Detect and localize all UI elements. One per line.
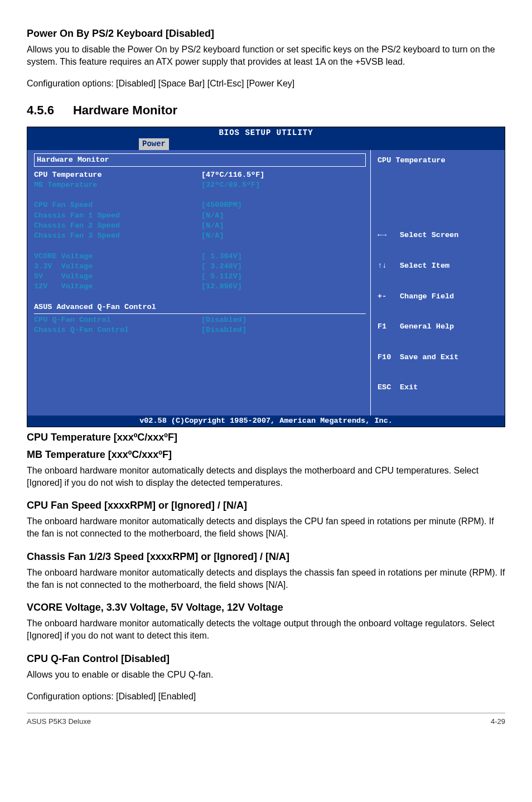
- heading-chassis-fan-speed: Chassis Fan 1/2/3 Speed [xxxxRPM] or [Ig…: [27, 550, 505, 563]
- tab-power[interactable]: Power: [139, 138, 169, 150]
- bios-row-mb-temp[interactable]: MB Temperature[32ºC/89.5ºF]: [34, 180, 366, 190]
- bios-screenshot: BIOS SETUP UTILITY Power Hardware Monito…: [27, 127, 505, 428]
- arrow-left-right-icon: [378, 230, 400, 240]
- bios-row-3v3[interactable]: 3.3V Voltage[ 3.248V]: [34, 262, 366, 272]
- arrow-up-down-icon: [378, 261, 400, 271]
- bios-row-cpu-qfan[interactable]: CPU Q-Fan Control[Disabled]: [34, 315, 366, 325]
- paragraph: Allows you to enable or disable the CPU …: [27, 669, 505, 681]
- paragraph: The onboard hardware monitor automatical…: [27, 465, 505, 489]
- footer-page-number: 4-29: [491, 717, 505, 727]
- heading-mb-temp: MB Temperature [xxxºC/xxxºF]: [27, 448, 505, 461]
- bios-row-5v[interactable]: 5V Voltage[ 5.112V]: [34, 272, 366, 282]
- heading-voltages: VCORE Voltage, 3.3V Voltage, 5V Voltage,…: [27, 601, 505, 614]
- bios-panel-title: Hardware Monitor: [34, 153, 366, 167]
- bios-copyright: v02.58 (C)Copyright 1985-2007, American …: [27, 416, 505, 427]
- heading-cpu-qfan: CPU Q-Fan Control [Disabled]: [27, 652, 505, 665]
- bios-left-panel: Hardware Monitor CPU Temperature[47ºC/11…: [27, 150, 370, 416]
- bios-row-asus-qfan[interactable]: ASUS Advanced Q-Fan Control: [34, 302, 366, 312]
- bios-row-chassis-fan3[interactable]: Chassis Fan 3 Speed[N/A]: [34, 231, 366, 241]
- bios-row-vcore[interactable]: VCORE Voltage[ 1.304V]: [34, 252, 366, 262]
- paragraph: Configuration options: [Disabled] [Enabl…: [27, 690, 505, 703]
- paragraph: The onboard hardware monitor automatical…: [27, 567, 505, 591]
- bios-tab-row: Power: [27, 138, 505, 150]
- bios-row-chassis-qfan[interactable]: Chassis Q-Fan Control[Disabled]: [34, 325, 366, 335]
- paragraph: The onboard hardware monitor automatical…: [27, 515, 505, 539]
- bios-title-bar: BIOS SETUP UTILITY: [27, 127, 505, 138]
- bios-legend: Select Screen Select Item +-Change Field…: [378, 210, 500, 413]
- bios-help-panel: CPU Temperature Select Screen Select Ite…: [370, 150, 505, 416]
- paragraph: Allows you to disable the Power On by PS…: [27, 44, 505, 67]
- bios-row-12v[interactable]: 12V Voltage[12.096V]: [34, 282, 366, 292]
- paragraph: Configuration options: [Disabled] [Space…: [27, 78, 505, 90]
- heading-power-on-ps2: Power On By PS/2 Keyboard [Disabled]: [27, 27, 505, 40]
- heading-cpu-fan-speed: CPU Fan Speed [xxxxRPM] or [Ignored] / […: [27, 499, 505, 512]
- section-number: 4.5.6: [27, 102, 54, 119]
- page-footer: ASUS P5K3 Deluxe 4-29: [27, 713, 505, 727]
- paragraph: The onboard hardware monitor automatical…: [27, 617, 505, 641]
- bios-row-chassis-fan1[interactable]: Chassis Fan 1 Speed[N/A]: [34, 211, 366, 221]
- heading-cpu-temp: CPU Temperature [xxxºC/xxxºF]: [27, 431, 505, 444]
- bios-row-cpu-fan[interactable]: CPU Fan Speed[4500RPM]: [34, 200, 366, 210]
- bios-body: Hardware Monitor CPU Temperature[47ºC/11…: [27, 150, 505, 416]
- bios-row-chassis-fan2[interactable]: Chassis Fan 2 Speed[N/A]: [34, 221, 366, 231]
- section-title: Hardware Monitor: [73, 103, 177, 117]
- footer-product: ASUS P5K3 Deluxe: [27, 717, 91, 727]
- bios-row-cpu-temp[interactable]: CPU Temperature[47ºC/116.5ºF]: [34, 170, 366, 180]
- bios-help-title: CPU Temperature: [378, 156, 500, 166]
- section-heading: 4.5.6Hardware Monitor: [27, 102, 505, 119]
